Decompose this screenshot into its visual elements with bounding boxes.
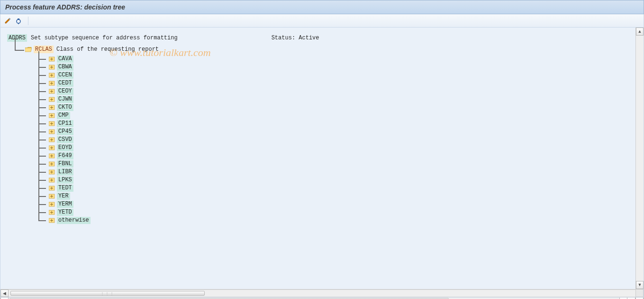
tree-leaf-node[interactable]: CCEN: [35, 71, 626, 79]
expand-node-icon[interactable]: [49, 218, 55, 223]
tree-leaf-label: CBWA: [57, 64, 73, 71]
tree-leaf-node[interactable]: CEDT: [35, 79, 626, 87]
tree-connector: [8, 45, 25, 54]
feature-header-line: ADDRS Set subtype sequence for address f…: [7, 34, 626, 42]
expand-node-icon[interactable]: [49, 145, 55, 150]
tree-leaf-node[interactable]: YER: [35, 192, 626, 200]
tree-leaf-node[interactable]: CSVD: [35, 136, 626, 144]
check-icon[interactable]: [15, 17, 23, 25]
expand-node-icon[interactable]: [49, 81, 55, 86]
tree-connector: [35, 192, 49, 200]
expand-node-icon[interactable]: [49, 137, 55, 142]
scroll-down-button[interactable]: ▼: [636, 281, 644, 289]
tree-leaf-node[interactable]: TEDT: [35, 184, 626, 192]
tree-leaf-label: CKTO: [57, 104, 73, 111]
tree-leaf-node[interactable]: CJWN: [35, 95, 626, 103]
tree-connector: [35, 184, 49, 192]
scroll-corner: [635, 289, 644, 297]
status-value: Active: [299, 35, 319, 41]
tree-leaf-label: FBNL: [57, 160, 73, 168]
expand-node-icon[interactable]: [49, 186, 55, 191]
tree-connector: [35, 160, 49, 168]
tree-leaf-label: CEDT: [57, 80, 73, 87]
tree-leaf-label: YETD: [57, 209, 73, 216]
tree-leaf-node[interactable]: CP11: [35, 120, 626, 128]
horizontal-scroll-track[interactable]: ⋮⋮⋮: [9, 290, 635, 297]
content-frame: © www.tutorialkart.com ADDRS Set subtype…: [0, 28, 644, 298]
scroll-grip-icon: ⋮⋮⋮: [100, 291, 115, 296]
tree-leaf-label: F649: [57, 152, 73, 159]
attribute-code: RCLAS: [34, 46, 54, 53]
status-block: Status: Active: [272, 35, 319, 41]
tree-leaf-node[interactable]: CMP: [35, 112, 626, 120]
tree-connector: [35, 79, 49, 87]
tree-level-1: RCLAS Class of the requesting report CAV…: [8, 44, 626, 224]
expand-node-icon[interactable]: [49, 65, 55, 70]
feature-code[interactable]: ADDRS: [7, 34, 27, 42]
tree-leaf-node[interactable]: CAVA: [35, 55, 626, 63]
tree-connector: [35, 55, 49, 63]
expand-node-icon[interactable]: [49, 73, 55, 78]
tree-connector: [35, 120, 49, 128]
scroll-left-button[interactable]: ◀: [0, 290, 9, 297]
tree-leaf-node[interactable]: CEOY: [35, 87, 626, 95]
vertical-scroll-track[interactable]: [636, 36, 644, 281]
tree-connector: [35, 136, 49, 144]
expand-node-icon[interactable]: [49, 89, 55, 94]
tree-connector: [35, 95, 49, 103]
tree-leaf-node[interactable]: EOYD: [35, 144, 626, 152]
expand-node-icon[interactable]: [49, 97, 55, 102]
feature-description: Set subtype sequence for address formatt…: [31, 35, 178, 41]
tree-connector: [35, 208, 49, 216]
tree-leaf-node[interactable]: CBWA: [35, 63, 626, 71]
expand-node-icon[interactable]: [49, 169, 55, 175]
window-title: Process feature ADDRS: decision tree: [5, 3, 125, 11]
expand-node-icon[interactable]: [49, 161, 55, 167]
tree-leaf-node[interactable]: YETD: [35, 208, 626, 216]
expand-node-icon[interactable]: [49, 178, 55, 183]
toolbar: [0, 14, 644, 28]
tree-leaf-label: CMP: [57, 112, 70, 119]
horizontal-scrollbar-inner[interactable]: ◀ ⋮⋮⋮ ▶: [0, 289, 644, 297]
tree-leaf-label: CSVD: [57, 136, 73, 143]
expand-node-icon[interactable]: [49, 105, 55, 110]
tree-leaf-node[interactable]: CKTO: [35, 103, 626, 112]
tree-leaf-node[interactable]: F649: [35, 152, 626, 160]
expand-node-icon[interactable]: [49, 129, 55, 134]
tree-leaf-label: otherwise: [57, 217, 91, 224]
change-icon[interactable]: [3, 17, 12, 25]
expand-node-icon[interactable]: [49, 194, 55, 199]
expand-node-icon[interactable]: [49, 56, 55, 62]
expand-node-icon[interactable]: [49, 153, 55, 159]
title-bar: Process feature ADDRS: decision tree: [0, 0, 644, 14]
tree-leaf-label: CCEN: [57, 72, 73, 79]
tree-leaf-node[interactable]: CP45: [35, 128, 626, 136]
tree-connector: [35, 176, 49, 184]
tree-connector: [35, 144, 49, 152]
expand-node-icon[interactable]: [49, 210, 55, 215]
tree-connector: [35, 87, 49, 95]
tree-connector: [35, 200, 49, 208]
tree-leaf-node[interactable]: otherwise: [35, 216, 626, 224]
tree-leaf-label: YERM: [57, 201, 73, 208]
scroll-up-button[interactable]: ▲: [636, 28, 644, 36]
expand-node-icon[interactable]: [49, 121, 55, 126]
tree-leaf-node[interactable]: YERM: [35, 200, 626, 208]
expand-node-icon[interactable]: [49, 202, 55, 207]
tree-leaf-label: YER: [57, 193, 70, 200]
tree-leaf-label: CAVA: [57, 56, 73, 63]
expand-node-icon[interactable]: [49, 113, 55, 118]
tree-connector: [35, 216, 49, 224]
tree-node-rclas[interactable]: RCLAS Class of the requesting report: [8, 44, 626, 55]
tree-leaf-node[interactable]: LPKS: [35, 176, 626, 184]
attribute-description: Class of the requesting report: [56, 46, 159, 53]
tree-leaf-node[interactable]: FBNL: [35, 160, 626, 168]
tree-leaf-label: CP45: [57, 128, 73, 135]
tree-leaf-node[interactable]: LIBR: [35, 168, 626, 176]
toolbar-separator: [28, 17, 28, 25]
tree-connector: [35, 152, 49, 160]
vertical-scrollbar[interactable]: ▲ ▼: [635, 28, 644, 289]
tree-level-2: CAVACBWACCENCEDTCEOYCJWNCKTOCMPCP11CP45C…: [35, 55, 626, 224]
horizontal-scroll-thumb[interactable]: ⋮⋮⋮: [10, 291, 205, 296]
tree-leaf-label: CEOY: [57, 88, 73, 95]
